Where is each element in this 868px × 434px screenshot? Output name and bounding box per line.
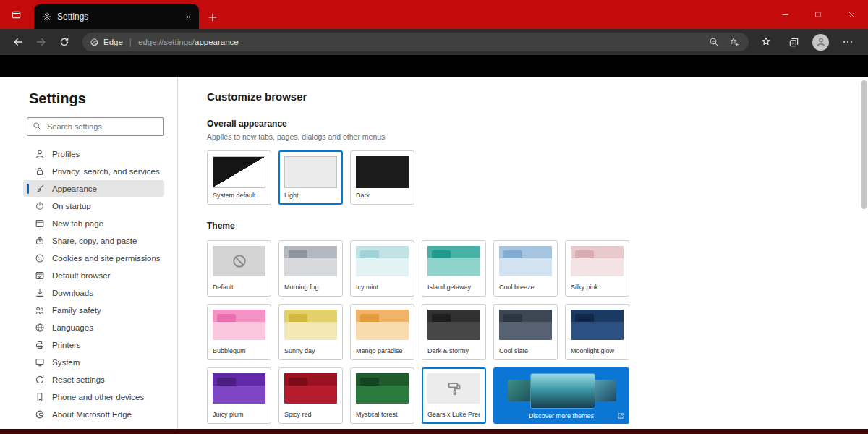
- sidebar-title: Settings: [29, 90, 177, 107]
- card-label: System default: [213, 192, 265, 199]
- sidebar-item-cookies-and-site-permissions[interactable]: Cookies and site permissions: [23, 250, 164, 266]
- card-label: Mystical forest: [356, 411, 409, 418]
- card-label: Cool breeze: [499, 284, 552, 291]
- sidebar-item-on-startup[interactable]: On startup: [23, 197, 164, 214]
- page-title: Customize browser: [207, 90, 868, 103]
- theme-card-moonlight-glow[interactable]: Moonlight glow: [565, 304, 629, 360]
- refresh-button[interactable]: [54, 31, 75, 53]
- card-label: Light: [284, 192, 337, 199]
- theme-card-mystical-forest[interactable]: Mystical forest: [350, 367, 414, 424]
- new-tab-button[interactable]: [208, 12, 218, 22]
- add-favorite-icon[interactable]: [727, 35, 741, 49]
- theme-preview-image: [531, 374, 595, 408]
- theme-thumbnail: [213, 310, 265, 340]
- discover-more-themes-card[interactable]: Discover more themes: [493, 367, 629, 424]
- theme-card-cool-breeze[interactable]: Cool breeze: [493, 240, 558, 297]
- sidebar-item-about-microsoft-edge[interactable]: About Microsoft Edge: [23, 406, 164, 422]
- search-settings-box[interactable]: [27, 117, 164, 136]
- sidebar-item-label: Languages: [52, 323, 93, 332]
- minimize-button[interactable]: [768, 0, 801, 29]
- window-controls: [768, 0, 868, 29]
- sidebar-item-downloads[interactable]: Downloads: [23, 284, 164, 301]
- forward-button[interactable]: [30, 31, 52, 53]
- theme-thumbnail: [571, 310, 624, 340]
- sidebar-item-printers[interactable]: Printers: [23, 336, 164, 353]
- back-button[interactable]: [7, 31, 29, 53]
- reset-icon: [35, 375, 45, 385]
- search-settings-input[interactable]: [46, 122, 158, 132]
- card-label: Gears x Luke Preece: [427, 411, 480, 418]
- settings-nav: ProfilesPrivacy, search, and servicesApp…: [0, 145, 177, 422]
- theme-card-morning-fog[interactable]: Morning fog: [278, 240, 343, 297]
- theme-thumbnail: [213, 373, 265, 404]
- theme-card-default[interactable]: Default: [207, 240, 271, 297]
- sidebar-item-family-safety[interactable]: Family safety: [23, 302, 164, 318]
- cookie-icon: [35, 253, 45, 263]
- sidebar-item-label: Phone and other devices: [52, 393, 144, 401]
- theme-thumbnail: [356, 246, 409, 276]
- theme-card-spicy-red[interactable]: Spicy red: [278, 367, 343, 424]
- theme-card-bubblegum[interactable]: Bubblegum: [207, 304, 271, 360]
- sidebar-item-label: Printers: [52, 341, 81, 349]
- lock-icon: [35, 166, 45, 176]
- theme-preview-images: [498, 372, 625, 410]
- appearance-option-dark[interactable]: Dark: [350, 150, 414, 205]
- theme-card-icy-mint[interactable]: Icy mint: [350, 240, 414, 297]
- sidebar-item-new-tab-page[interactable]: New tab page: [23, 215, 164, 231]
- overall-appearance-subtitle: Applies to new tabs, pages, dialogs and …: [207, 132, 868, 141]
- theme-thumbnail: [427, 310, 480, 340]
- close-button[interactable]: [835, 0, 868, 29]
- prohibition-icon: [213, 246, 265, 276]
- appearance-thumbnail-split: [213, 156, 265, 188]
- appearance-thumbnail-light: [284, 156, 337, 188]
- profile-avatar[interactable]: [812, 34, 829, 51]
- theme-thumbnail: [427, 246, 480, 276]
- theme-card-island-getaway[interactable]: Island getaway: [422, 240, 486, 297]
- appearance-option-light[interactable]: Light: [278, 150, 343, 205]
- window-icon: [35, 218, 45, 229]
- theme-card-silky-pink[interactable]: Silky pink: [565, 240, 629, 297]
- edge-logo-icon: [35, 409, 45, 420]
- sidebar-item-share-copy-and-paste[interactable]: Share, copy, and paste: [23, 232, 164, 249]
- browser-window: Settings Edge | edge://settings/appearan…: [0, 0, 868, 434]
- settings-sidebar: Settings ProfilesPrivacy, search, and se…: [0, 77, 178, 429]
- theme-thumbnail: [499, 310, 552, 340]
- scrollbar: [860, 77, 868, 429]
- sidebar-item-languages[interactable]: Languages: [23, 319, 164, 336]
- theme-card-gears-x-luke-preece[interactable]: Gears x Luke Preece: [422, 367, 486, 424]
- appearance-option-system-default[interactable]: System default: [207, 150, 271, 205]
- search-icon: [33, 120, 41, 133]
- settings-menu-button[interactable]: [839, 33, 856, 51]
- appearance-thumbnail-dark: [356, 156, 409, 188]
- zoom-out-icon[interactable]: [707, 35, 721, 49]
- card-label: Dark & stormy: [427, 347, 480, 354]
- scrollbar-thumb[interactable]: [861, 80, 867, 209]
- sidebar-item-phone-and-other-devices[interactable]: Phone and other devices: [23, 388, 164, 405]
- sidebar-item-appearance[interactable]: Appearance: [23, 180, 164, 197]
- overall-appearance-heading: Overall appearance: [207, 119, 868, 129]
- card-label: Dark: [356, 192, 409, 199]
- favorites-button[interactable]: [757, 33, 775, 51]
- sidebar-item-default-browser[interactable]: Default browser: [23, 267, 164, 284]
- theme-card-dark-stormy[interactable]: Dark & stormy: [422, 304, 486, 360]
- collections-button[interactable]: [785, 33, 802, 51]
- theme-card-cool-slate[interactable]: Cool slate: [493, 304, 558, 360]
- theme-thumbnail: [284, 373, 337, 404]
- family-icon: [35, 305, 45, 315]
- tab-close-icon[interactable]: [184, 12, 193, 22]
- sidebar-item-label: Downloads: [52, 289, 93, 297]
- address-bar[interactable]: Edge | edge://settings/appearance: [82, 33, 749, 51]
- sidebar-item-privacy-search-and-services[interactable]: Privacy, search, and services: [23, 163, 164, 179]
- sidebar-item-reset-settings[interactable]: Reset settings: [23, 371, 164, 388]
- maximize-button[interactable]: [801, 0, 835, 29]
- theme-card-mango-paradise[interactable]: Mango paradise: [350, 304, 414, 360]
- sidebar-item-profiles[interactable]: Profiles: [23, 145, 164, 162]
- card-label: Default: [213, 284, 265, 291]
- theme-card-sunny-day[interactable]: Sunny day: [278, 304, 343, 360]
- url-prefix: edge://settings/: [138, 38, 195, 46]
- browser-tab-settings[interactable]: Settings: [34, 4, 199, 29]
- theme-card-juicy-plum[interactable]: Juicy plum: [207, 367, 271, 424]
- card-label: Juicy plum: [213, 411, 265, 418]
- tab-actions-icon[interactable]: [8, 7, 24, 22]
- sidebar-item-system[interactable]: System: [23, 354, 164, 370]
